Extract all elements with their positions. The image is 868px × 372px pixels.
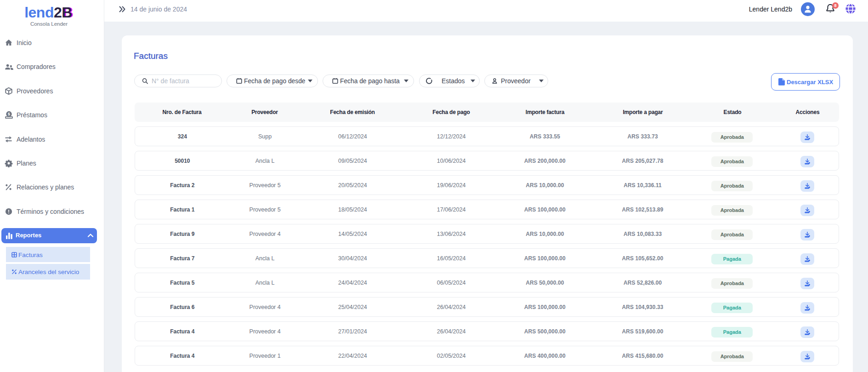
svg-text:$: $ bbox=[8, 112, 10, 116]
